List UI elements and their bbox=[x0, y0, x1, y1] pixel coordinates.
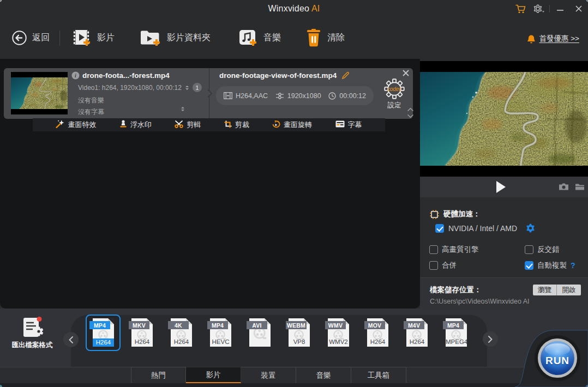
open-folder-icon[interactable] bbox=[575, 183, 585, 191]
run-button[interactable]: RUN bbox=[538, 338, 577, 378]
back-button[interactable]: 返回 bbox=[12, 31, 50, 45]
edit-tool-item[interactable]: 剪輯 bbox=[175, 120, 201, 130]
format-container-label: MP4 bbox=[443, 321, 464, 329]
format-container-label: MKV bbox=[129, 321, 149, 329]
gpu-checkbox[interactable] bbox=[435, 224, 444, 233]
add-music-label: 音樂 bbox=[263, 32, 281, 44]
video-thumbnail[interactable] bbox=[11, 72, 68, 114]
crop-icon bbox=[224, 120, 232, 130]
scroll-up-icon[interactable] bbox=[407, 108, 413, 111]
settings-gear-icon[interactable] bbox=[530, 0, 548, 17]
add-video-folder-button[interactable]: 影片資料夾 bbox=[140, 29, 211, 47]
scroll-down-icon[interactable] bbox=[407, 114, 413, 118]
category-tab[interactable]: 影片 bbox=[186, 367, 241, 383]
clear-button[interactable]: 清除 bbox=[305, 29, 345, 47]
minimize-button[interactable] bbox=[551, 0, 569, 17]
add-video-button[interactable]: 影片 bbox=[72, 29, 115, 47]
format-tile[interactable]: VP8 WEBM bbox=[282, 315, 317, 356]
trash-icon bbox=[305, 29, 322, 47]
format-scroll-right-button[interactable] bbox=[483, 331, 498, 347]
svg-text:codec: codec bbox=[387, 86, 402, 92]
add-music-button[interactable]: 音樂 bbox=[238, 29, 281, 47]
promo-link[interactable]: 首發優惠 >> bbox=[527, 34, 579, 44]
save-location-section: 檔案儲存位置： 瀏覽 開啟 C:\Users\pc\Videos\Winxvid… bbox=[420, 277, 588, 309]
edit-tool-item[interactable]: 剪裁 bbox=[224, 120, 249, 130]
svg-text:i: i bbox=[75, 72, 76, 78]
edit-tool-item[interactable]: 字幕 bbox=[335, 120, 362, 130]
info-icon[interactable]: i bbox=[71, 71, 80, 80]
option-hq-engine[interactable]: 高畫質引擎 bbox=[429, 245, 479, 255]
toolbar-separator bbox=[59, 31, 60, 46]
watermark-stamp-icon bbox=[119, 120, 127, 130]
export-format-button[interactable]: 匯出檔案格式 bbox=[0, 316, 64, 350]
cart-icon[interactable] bbox=[511, 0, 530, 17]
option-deinterlace[interactable]: 反交錯 bbox=[525, 245, 560, 255]
format-container-label: WMV bbox=[325, 321, 346, 329]
play-button[interactable] bbox=[496, 181, 506, 193]
corner-accent-br bbox=[585, 384, 588, 387]
file-card[interactable]: i drone-foota...-forest.mp4 Video1: h264… bbox=[4, 68, 413, 119]
output-info: drone-footage-view-of-forest.mp4 H264, bbox=[216, 68, 380, 119]
output-codec-value: H264,AAC bbox=[236, 92, 268, 100]
auto-copy-checkbox[interactable] bbox=[525, 261, 533, 270]
save-path: C:\Users\pc\Videos\Winxvideo AI bbox=[430, 298, 529, 305]
format-tile[interactable]: AVI bbox=[243, 315, 278, 356]
output-duration: 00:00:12 bbox=[328, 92, 366, 100]
auto-copy-help-icon[interactable]: ? bbox=[571, 261, 575, 270]
deinterlace-checkbox[interactable] bbox=[525, 245, 533, 254]
snapshot-camera-icon[interactable] bbox=[559, 183, 569, 191]
corner-accent-bl bbox=[0, 384, 3, 387]
category-tab[interactable]: 音樂 bbox=[296, 367, 351, 383]
subtitle-track-spinner[interactable] bbox=[181, 107, 184, 111]
chevron-right-icon bbox=[488, 336, 493, 343]
option-auto-copy[interactable]: 自動複製 ? bbox=[525, 261, 575, 270]
format-container-label: AVI bbox=[247, 321, 267, 329]
merge-checkbox[interactable] bbox=[429, 261, 438, 270]
option-merge[interactable]: 合併 bbox=[429, 261, 457, 270]
edit-tool-item[interactable]: 畫面特效 bbox=[56, 120, 96, 130]
format-tile[interactable]: H264 MOV bbox=[361, 315, 395, 356]
remove-file-button[interactable] bbox=[402, 69, 410, 77]
format-tile[interactable]: WMV2 WMV bbox=[321, 315, 356, 356]
rename-pencil-icon[interactable] bbox=[341, 71, 350, 80]
format-tile[interactable]: MPEG4 MP4 bbox=[439, 315, 474, 356]
format-tile[interactable]: H264 4K bbox=[164, 315, 199, 356]
category-tab[interactable]: 裝置 bbox=[241, 367, 296, 383]
hw-accel-label: 硬體加速： bbox=[443, 209, 481, 219]
codec-film-icon bbox=[224, 92, 232, 99]
format-tile[interactable]: H264 MP4 bbox=[86, 315, 121, 351]
video-preview[interactable] bbox=[420, 61, 588, 177]
format-codec-label: H264 bbox=[131, 338, 153, 345]
run-label: RUN bbox=[541, 355, 574, 367]
rotate-icon bbox=[272, 120, 280, 130]
format-container-label: WEBM bbox=[286, 321, 307, 329]
format-container-label: 4K bbox=[168, 321, 189, 329]
output-file-name: drone-footage-view-of-forest.mp4 bbox=[219, 71, 337, 80]
edit-tool-item[interactable]: 浮水印 bbox=[119, 120, 152, 130]
resolution-icon bbox=[275, 93, 284, 99]
preview-controls bbox=[420, 177, 588, 197]
open-button[interactable]: 開啟 bbox=[557, 285, 581, 295]
source-subtitle-info: 沒有字幕 bbox=[78, 108, 104, 116]
browse-button[interactable]: 瀏覽 bbox=[533, 285, 557, 295]
format-tile[interactable]: H264 M4V bbox=[400, 315, 435, 356]
main-toolbar: 返回 影片 影片資料 bbox=[0, 17, 588, 59]
title-bar: Winxvideo AI bbox=[0, 0, 588, 17]
gpu-settings-gear-icon[interactable] bbox=[526, 223, 535, 233]
format-codec-label: WMV2 bbox=[328, 338, 349, 345]
hq-engine-checkbox[interactable] bbox=[429, 245, 438, 254]
video-track-spinner[interactable] bbox=[185, 86, 189, 90]
category-tab[interactable]: 熱門 bbox=[131, 367, 186, 383]
edit-tool-label: 畫面旋轉 bbox=[284, 120, 312, 130]
edit-tool-item[interactable]: 畫面旋轉 bbox=[272, 120, 312, 130]
category-tab[interactable]: 工具箱 bbox=[351, 367, 406, 383]
category-tabs: 熱門影片裝置音樂工具箱 bbox=[131, 367, 406, 384]
format-tile[interactable]: HEVC MP4 bbox=[203, 315, 238, 356]
add-video-label: 影片 bbox=[97, 32, 115, 44]
video-folder-plus-icon bbox=[140, 29, 161, 47]
app-title: Winxvideo AI bbox=[0, 4, 588, 14]
format-scroll-left-button[interactable] bbox=[63, 332, 79, 347]
promo-label: 首發優惠 >> bbox=[539, 34, 579, 44]
codec-settings-button[interactable]: codec 設定 bbox=[381, 78, 407, 112]
format-tile[interactable]: H264 MKV bbox=[125, 315, 160, 356]
